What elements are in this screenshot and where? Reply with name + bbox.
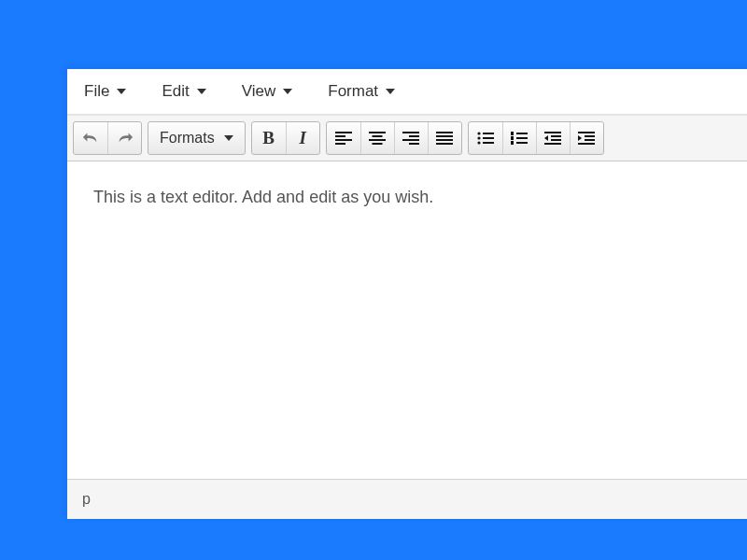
editor-content-area[interactable]: This is a text editor. Add and edit as y…	[67, 161, 747, 479]
align-center-icon	[369, 131, 386, 146]
svg-rect-33	[585, 135, 595, 137]
svg-rect-26	[511, 141, 514, 145]
toolbar: Formats B I	[67, 115, 747, 161]
svg-rect-8	[402, 132, 419, 133]
svg-rect-19	[483, 137, 494, 139]
italic-label: I	[299, 128, 305, 148]
align-center-button[interactable]	[360, 122, 394, 154]
svg-rect-22	[511, 132, 514, 135]
undo-icon	[82, 131, 99, 146]
editor-paragraph: This is a text editor. Add and edit as y…	[93, 188, 747, 207]
bold-button[interactable]: B	[252, 122, 286, 154]
menu-file[interactable]: File	[84, 82, 126, 101]
menu-edit[interactable]: Edit	[162, 82, 205, 101]
alignment-group	[326, 121, 462, 155]
svg-rect-11	[409, 143, 419, 145]
svg-rect-29	[551, 135, 561, 137]
statusbar: p	[67, 479, 747, 519]
svg-rect-34	[585, 139, 595, 141]
svg-point-20	[477, 141, 480, 144]
numbered-list-button[interactable]	[502, 122, 536, 154]
svg-rect-2	[335, 139, 352, 141]
caret-down-icon	[386, 89, 395, 94]
bullet-list-icon	[477, 131, 494, 146]
svg-rect-13	[436, 135, 453, 137]
editor-window: File Edit View Format	[67, 69, 747, 519]
history-group	[73, 121, 142, 155]
svg-rect-23	[516, 133, 528, 134]
align-right-icon	[402, 131, 419, 146]
svg-rect-24	[511, 136, 514, 140]
align-justify-button[interactable]	[428, 122, 461, 154]
svg-rect-32	[578, 132, 595, 133]
svg-rect-35	[578, 143, 595, 145]
bold-label: B	[262, 128, 275, 148]
formats-dropdown[interactable]: Formats	[148, 122, 245, 154]
svg-rect-28	[544, 132, 561, 133]
svg-rect-9	[409, 135, 419, 137]
svg-rect-5	[373, 135, 383, 137]
menu-view[interactable]: View	[242, 82, 293, 101]
menu-view-label: View	[242, 82, 276, 101]
svg-rect-21	[483, 142, 494, 144]
svg-rect-12	[436, 132, 453, 133]
menu-edit-label: Edit	[162, 82, 189, 101]
outdent-button[interactable]	[536, 122, 570, 154]
redo-button[interactable]	[107, 122, 141, 154]
svg-rect-14	[436, 139, 453, 141]
menu-format-label: Format	[328, 82, 378, 101]
italic-button[interactable]: I	[286, 122, 319, 154]
svg-point-18	[477, 136, 480, 139]
caret-down-icon	[197, 89, 206, 94]
align-left-icon	[335, 131, 352, 146]
list-indent-group	[468, 121, 604, 155]
align-justify-icon	[436, 131, 453, 146]
svg-rect-0	[335, 132, 352, 133]
bullet-list-button[interactable]	[469, 122, 502, 154]
svg-rect-1	[335, 135, 345, 137]
svg-point-16	[477, 132, 480, 134]
svg-rect-31	[544, 143, 561, 145]
caret-down-icon	[283, 89, 292, 94]
svg-rect-30	[551, 139, 561, 141]
formats-group: Formats	[148, 121, 246, 155]
svg-rect-10	[402, 139, 419, 141]
styling-group: B I	[251, 121, 320, 155]
undo-button[interactable]	[74, 122, 107, 154]
redo-icon	[117, 131, 134, 146]
align-left-button[interactable]	[327, 122, 360, 154]
align-right-button[interactable]	[394, 122, 428, 154]
svg-rect-3	[335, 143, 345, 145]
formats-label: Formats	[160, 130, 215, 147]
caret-down-icon	[117, 89, 126, 94]
svg-rect-15	[436, 143, 453, 145]
indent-icon	[578, 131, 595, 146]
svg-rect-27	[516, 142, 528, 144]
svg-rect-17	[483, 133, 494, 134]
svg-rect-7	[373, 143, 383, 145]
numbered-list-icon	[511, 131, 528, 146]
menu-format[interactable]: Format	[328, 82, 395, 101]
indent-button[interactable]	[570, 122, 603, 154]
caret-down-icon	[224, 135, 233, 141]
svg-rect-6	[369, 139, 386, 141]
outdent-icon	[544, 131, 561, 146]
svg-rect-25	[516, 137, 528, 139]
svg-rect-4	[369, 132, 386, 133]
element-path[interactable]: p	[82, 491, 91, 507]
menubar: File Edit View Format	[67, 69, 747, 115]
menu-file-label: File	[84, 82, 109, 101]
